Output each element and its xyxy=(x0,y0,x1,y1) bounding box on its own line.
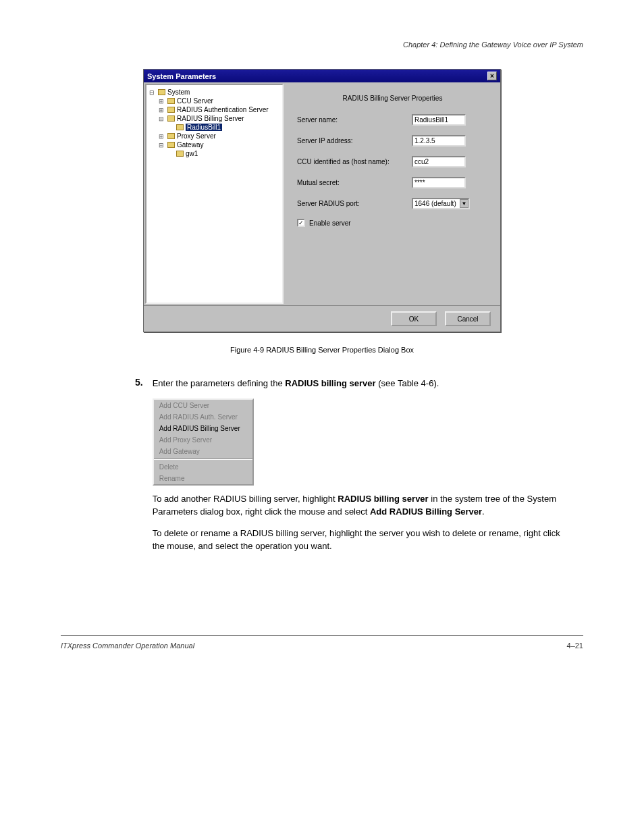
select-value: 1646 (default) xyxy=(414,200,456,207)
server-name-label: Server name: xyxy=(297,116,412,124)
cancel-button[interactable]: Cancel xyxy=(445,311,491,326)
instruction-step: 5. Enter the parameters defining the RAD… xyxy=(135,377,567,561)
close-icon[interactable]: × xyxy=(487,72,497,80)
figure-caption: Figure 4-9 RADIUS Billing Server Propert… xyxy=(61,346,583,354)
folder-icon xyxy=(167,107,175,113)
context-menu-sample: Add CCU Server Add RADIUS Auth. Server A… xyxy=(153,398,254,486)
dialog-footer: OK Cancel xyxy=(144,305,500,332)
radius-port-label: Server RADIUS port: xyxy=(297,200,412,207)
checkbox-icon[interactable]: ✓ xyxy=(297,219,305,227)
server-ip-input[interactable]: 1.2.3.5 xyxy=(412,135,466,147)
step-line-2: To add another RADIUS billing server, hi… xyxy=(153,492,567,519)
tree-radius-billing[interactable]: RADIUS Billing Server xyxy=(159,114,279,123)
footer-left: ITXpress Commander Operation Manual xyxy=(61,642,194,650)
tree-label: RADIUS Billing Server xyxy=(177,115,244,122)
tree-radiusbill1[interactable]: RadiusBill1 xyxy=(168,123,279,132)
enable-server-checkbox[interactable]: ✓ Enable server xyxy=(297,219,488,227)
properties-panel: RADIUS Billing Server Properties Server … xyxy=(285,82,500,305)
mutual-secret-label: Mutual secret: xyxy=(297,179,412,186)
menu-item-add-auth: Add RADIUS Auth. Server xyxy=(154,411,252,423)
folder-icon xyxy=(176,151,184,157)
folder-icon xyxy=(167,98,175,104)
tree-gw1[interactable]: gw1 xyxy=(168,149,279,158)
tree-label: gw1 xyxy=(186,150,198,157)
folder-icon xyxy=(167,133,175,139)
dialog-figure: System Parameters × System CCU Server RA… xyxy=(143,69,501,332)
tree-label: System xyxy=(167,88,190,96)
page-footer: ITXpress Commander Operation Manual 4–21 xyxy=(0,642,644,650)
tree-ccu-server[interactable]: CCU Server xyxy=(159,97,279,105)
menu-item-rename: Rename xyxy=(154,473,252,484)
ccu-host-input[interactable]: ccu2 xyxy=(412,156,466,167)
footer-page-number: 4–21 xyxy=(567,642,583,650)
tree-label: Gateway xyxy=(177,141,203,149)
tree-label: CCU Server xyxy=(177,97,213,105)
system-tree[interactable]: System CCU Server RADIUS Authentication … xyxy=(145,84,284,304)
server-ip-label: Server IP address: xyxy=(297,137,412,145)
tree-radius-auth[interactable]: RADIUS Authentication Server xyxy=(159,105,279,114)
tree-gateway[interactable]: Gateway xyxy=(159,140,279,149)
tree-label: Proxy Server xyxy=(177,132,216,140)
menu-item-add-billing[interactable]: Add RADIUS Billing Server xyxy=(154,423,252,434)
step-line-3: To delete or rename a RADIUS billing ser… xyxy=(153,527,567,553)
folder-icon xyxy=(167,115,175,122)
chapter-title: Chapter 4: Defining the Gateway Voice ov… xyxy=(61,41,583,49)
step-line-1: Enter the parameters defining the RADIUS… xyxy=(153,377,567,390)
folder-icon xyxy=(176,124,184,130)
step-number: 5. xyxy=(135,377,143,561)
mutual-secret-input[interactable]: **** xyxy=(412,177,466,188)
tree-root[interactable]: System xyxy=(149,88,279,97)
server-name-input[interactable]: RadiusBill1 xyxy=(412,114,466,126)
tree-label: RADIUS Authentication Server xyxy=(177,106,269,113)
dialog-title: System Parameters xyxy=(147,72,216,80)
menu-item-delete: Delete xyxy=(154,461,252,473)
ok-button[interactable]: OK xyxy=(391,311,437,326)
folder-icon xyxy=(158,89,165,95)
tree-label-selected: RadiusBill1 xyxy=(186,124,222,131)
menu-item-add-proxy: Add Proxy Server xyxy=(154,434,252,446)
properties-title: RADIUS Billing Server Properties xyxy=(297,95,488,102)
enable-server-label: Enable server xyxy=(309,219,351,227)
folder-icon xyxy=(167,142,175,148)
radius-port-select[interactable]: 1646 (default) ▼ xyxy=(412,198,470,209)
dialog-titlebar: System Parameters × xyxy=(144,70,500,82)
chevron-down-icon[interactable]: ▼ xyxy=(460,199,468,208)
system-parameters-dialog: System Parameters × System CCU Server RA… xyxy=(143,69,501,332)
ccu-host-label: CCU identified as (host name): xyxy=(297,158,412,165)
tree-proxy-server[interactable]: Proxy Server xyxy=(159,132,279,140)
menu-separator xyxy=(154,459,252,460)
menu-item-add-ccu: Add CCU Server xyxy=(154,400,252,411)
footer-rule xyxy=(61,635,583,636)
menu-item-add-gateway: Add Gateway xyxy=(154,446,252,457)
